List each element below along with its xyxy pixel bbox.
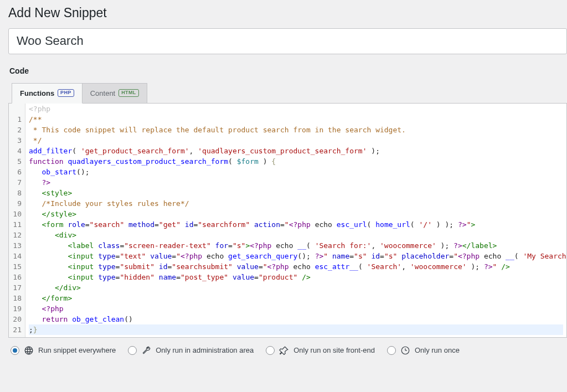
code-hint-line: <?php bbox=[29, 104, 563, 114]
php-badge: PHP bbox=[58, 89, 74, 97]
editor-tabs: Functions PHP Content HTML bbox=[12, 83, 567, 104]
code-line[interactable]: ?> bbox=[29, 177, 563, 188]
code-line[interactable]: return ob_get_clean() bbox=[29, 314, 563, 324]
line-number: 3 bbox=[12, 135, 22, 146]
line-number: 20 bbox=[12, 314, 22, 324]
line-number: 9 bbox=[12, 198, 22, 209]
code-line[interactable]: ;} bbox=[29, 324, 563, 335]
code-line[interactable]: <input type="text" value="<?php echo get… bbox=[29, 251, 563, 261]
line-number: 7 bbox=[12, 177, 22, 188]
wrench-icon bbox=[141, 345, 151, 355]
code-area[interactable]: <?php/** * This code snippet will replac… bbox=[25, 104, 566, 337]
code-line[interactable]: </div> bbox=[29, 282, 563, 293]
scope-option-everywhere[interactable]: Run snippet everywhere bbox=[11, 345, 116, 355]
code-line[interactable]: /*Include your styles rules here*/ bbox=[29, 198, 563, 209]
code-line[interactable]: </form> bbox=[29, 293, 563, 303]
line-number: 15 bbox=[12, 261, 22, 272]
scope-option-admin[interactable]: Only run in administration area bbox=[128, 345, 254, 355]
code-line[interactable]: <label class="screen-reader-text" for="s… bbox=[29, 240, 563, 251]
line-number: 13 bbox=[12, 240, 22, 251]
scope-label-once: Only run once bbox=[415, 346, 460, 354]
scope-option-frontend[interactable]: Only run on site front-end bbox=[266, 345, 375, 355]
code-line[interactable]: </style> bbox=[29, 209, 563, 219]
line-number bbox=[12, 104, 22, 114]
pin-icon bbox=[279, 345, 289, 355]
line-number: 12 bbox=[12, 230, 22, 240]
globe-icon bbox=[24, 345, 34, 355]
code-line[interactable]: <style> bbox=[29, 188, 563, 198]
tab-content[interactable]: Content HTML bbox=[82, 83, 147, 104]
code-line[interactable]: add_filter( 'get_product_search_form', '… bbox=[29, 146, 563, 156]
scope-label-admin: Only run in administration area bbox=[156, 346, 254, 354]
line-number: 19 bbox=[12, 303, 22, 314]
code-line[interactable]: */ bbox=[29, 135, 563, 146]
code-line[interactable]: * This code snippet will replace the def… bbox=[29, 125, 563, 135]
scope-row: Run snippet everywhereOnly run in admini… bbox=[8, 338, 567, 355]
code-line[interactable]: <?php bbox=[29, 303, 563, 314]
line-number: 14 bbox=[12, 251, 22, 261]
tab-functions[interactable]: Functions PHP bbox=[12, 83, 83, 104]
code-line[interactable]: ob_start(); bbox=[29, 167, 563, 177]
clock-icon bbox=[400, 345, 410, 355]
line-number: 1 bbox=[12, 114, 22, 125]
scope-option-once[interactable]: Only run once bbox=[387, 345, 460, 355]
html-badge: HTML bbox=[118, 89, 138, 97]
scope-label-frontend: Only run on site front-end bbox=[293, 346, 375, 354]
line-number: 6 bbox=[12, 167, 22, 177]
line-number: 17 bbox=[12, 282, 22, 293]
tab-functions-label: Functions bbox=[20, 89, 54, 97]
scope-label-everywhere: Run snippet everywhere bbox=[38, 346, 116, 354]
line-number: 10 bbox=[12, 209, 22, 219]
code-line[interactable]: /** bbox=[29, 114, 563, 125]
radio-everywhere[interactable] bbox=[11, 346, 19, 355]
code-line[interactable]: <form role="search" method="get" id="sea… bbox=[29, 219, 563, 230]
line-number: 18 bbox=[12, 293, 22, 303]
code-line[interactable]: <div> bbox=[29, 230, 563, 240]
line-number: 2 bbox=[12, 125, 22, 135]
line-number-gutter: 123456789101112131415161718192021 bbox=[9, 104, 25, 337]
page-title: Add New Snippet bbox=[8, 6, 567, 20]
code-line[interactable]: function quadlayers_custom_product_searc… bbox=[29, 156, 563, 167]
radio-frontend[interactable] bbox=[266, 346, 275, 355]
line-number: 4 bbox=[12, 146, 22, 156]
code-section-heading: Code bbox=[9, 66, 567, 75]
radio-admin[interactable] bbox=[128, 346, 137, 355]
radio-once[interactable] bbox=[387, 346, 396, 355]
code-line[interactable]: <input type="submit" id="searchsubmit" v… bbox=[29, 261, 563, 272]
code-editor[interactable]: 123456789101112131415161718192021 <?php/… bbox=[8, 103, 567, 338]
line-number: 5 bbox=[12, 156, 22, 167]
tab-content-label: Content bbox=[90, 89, 116, 97]
code-line[interactable]: <input type="hidden" name="post_type" va… bbox=[29, 272, 563, 282]
snippet-title-input[interactable] bbox=[8, 28, 567, 54]
line-number: 11 bbox=[12, 219, 22, 230]
line-number: 8 bbox=[12, 188, 22, 198]
line-number: 16 bbox=[12, 272, 22, 282]
line-number: 21 bbox=[12, 324, 22, 335]
